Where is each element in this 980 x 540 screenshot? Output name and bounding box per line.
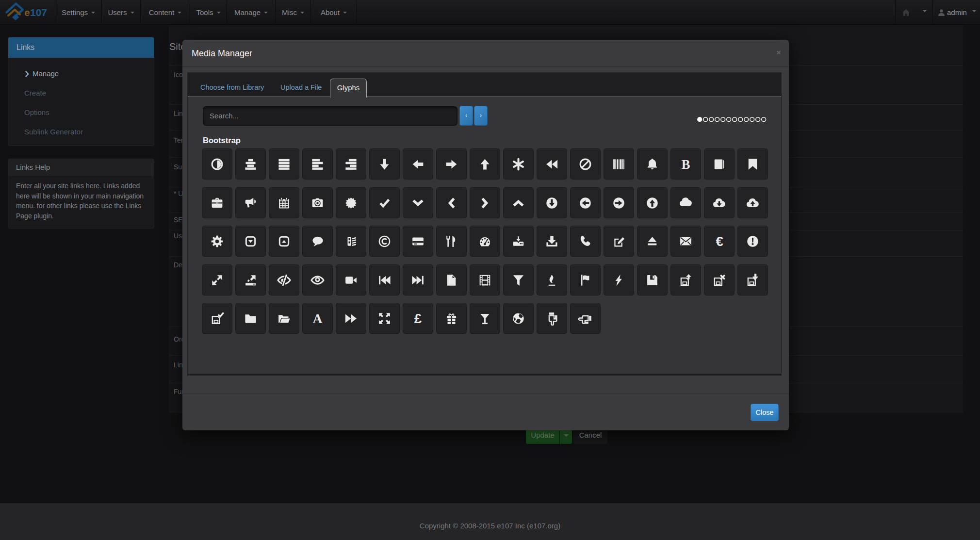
svg-text:A: A xyxy=(312,311,322,326)
svg-text:e: e xyxy=(24,7,30,18)
svg-text:£: £ xyxy=(414,311,422,326)
svg-text:107: 107 xyxy=(30,7,47,18)
svg-text:€: € xyxy=(716,234,723,248)
svg-text:B: B xyxy=(682,157,690,171)
